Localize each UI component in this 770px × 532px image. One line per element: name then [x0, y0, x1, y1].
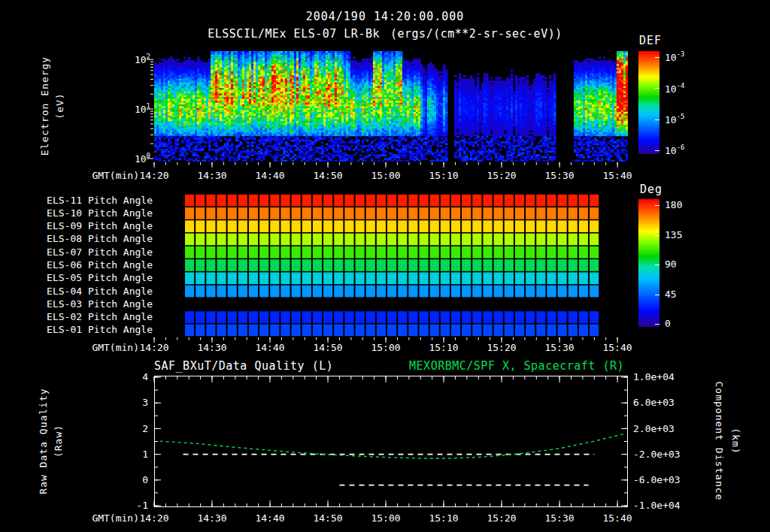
time-tick-label: 14:50	[311, 170, 344, 181]
gmt-axis-label: GMT(min)	[62, 342, 139, 353]
distance-axis-label: Component Distance	[712, 366, 726, 516]
quality-tick-label: -1	[117, 500, 148, 511]
time-tick-label: 15:30	[543, 342, 576, 353]
pitch-row-label: ELS-08 Pitch Angle	[43, 234, 153, 244]
pitch-row-label: ELS-04 Pitch Angle	[43, 286, 153, 297]
def-colorbar-tick: 10-5	[665, 113, 685, 125]
deg-colorbar-title: Deg	[640, 183, 662, 196]
time-tick-label: 14:30	[196, 512, 229, 524]
time-tick-label: 15:30	[543, 512, 576, 524]
pitch-row-label: ELS-01 Pitch Angle	[43, 325, 153, 335]
pitch-angle-canvas	[154, 194, 628, 337]
bottom-left-title: SAF_BXuT/Data Quality (L)	[154, 359, 333, 373]
quality-tick-label: 4	[117, 371, 148, 382]
time-tick-label: 15:00	[369, 170, 402, 181]
time-tick-label: 14:50	[311, 342, 344, 353]
time-tick-label: 14:20	[138, 170, 171, 181]
distance-tick-label: 2.0e+03	[633, 423, 675, 434]
time-tick-label: 15:00	[369, 512, 402, 524]
time-tick-label: 14:40	[253, 342, 286, 353]
deg-colorbar-tick: 45	[665, 289, 677, 300]
def-colorbar-tick: 10-3	[665, 51, 685, 63]
pitch-row-label: ELS-03 Pitch Angle	[43, 299, 153, 310]
time-tick-label: 15:20	[485, 512, 518, 524]
time-tick-label: 14:50	[311, 512, 344, 524]
energy-tick-label: 101	[119, 103, 150, 115]
deg-colorbar-tick: 90	[665, 258, 677, 270]
science-plot-page: 2004/190 14:20:00.000 ELSSCIL/MEx ELS-07…	[0, 0, 770, 532]
time-tick-label: 15:30	[543, 170, 576, 181]
bottom-right-title: MEXORBMC/SPF X, Spacecraft (R)	[376, 359, 624, 373]
distance-tick-label: 6.0e+03	[633, 397, 675, 408]
gmt-axis-label: GMT(min)	[62, 170, 139, 181]
time-tick-label: 14:40	[253, 512, 286, 524]
time-tick-label: 14:30	[196, 342, 229, 353]
instrument-title: ELSSCIL/MEx ELS-07 LR-Bk	[208, 27, 380, 41]
time-tick-label: 15:40	[601, 342, 634, 353]
pitch-row-label: ELS-10 Pitch Angle	[43, 208, 153, 219]
energy-tick-label: 102	[119, 53, 150, 65]
bottom-axis-box	[154, 376, 628, 507]
time-tick-label: 15:10	[427, 342, 460, 353]
time-tick-label: 15:00	[369, 342, 402, 353]
def-colorbar	[638, 51, 659, 154]
pitch-row-label: ELS-05 Pitch Angle	[43, 273, 153, 283]
units-label: (ergs/(cm**2-sr-sec-eV))	[390, 27, 562, 41]
energy-axis-label: Electron Energy	[38, 31, 52, 181]
distance-tick-label: 1.0e+04	[633, 371, 675, 382]
bottom-line-series	[160, 434, 626, 485]
deg-colorbar-tick: 0	[665, 318, 671, 329]
time-tick-label: 14:30	[196, 170, 229, 181]
deg-colorbar	[638, 199, 659, 327]
gmt-axis-label: GMT(min)	[62, 512, 139, 524]
pitch-row-label: ELS-09 Pitch Angle	[43, 221, 153, 231]
time-tick-label: 15:20	[485, 342, 518, 353]
def-colorbar-tick: 10-6	[665, 144, 685, 156]
energy-axis-units: (eV)	[53, 31, 67, 181]
time-tick-label: 14:40	[253, 170, 286, 181]
quality-tick-label: 2	[117, 423, 148, 434]
distance-axis-units: (km)	[729, 366, 742, 516]
distance-tick-label: -6.0e+03	[633, 474, 681, 485]
time-tick-label: 14:20	[138, 512, 171, 524]
electron-spectrogram-canvas	[154, 51, 628, 162]
deg-colorbar-tick: 135	[665, 229, 682, 240]
distance-tick-label: -1.0e+04	[633, 500, 681, 511]
time-tick-label: 14:20	[138, 342, 171, 353]
distance-tick-label: -2.0e+03	[633, 449, 681, 460]
pitch-row-label: ELS-06 Pitch Angle	[43, 260, 153, 271]
def-colorbar-tick: 10-4	[665, 83, 685, 95]
time-tick-label: 15:40	[601, 512, 634, 524]
pitch-row-label: ELS-07 Pitch Angle	[43, 247, 153, 258]
time-tick-label: 15:20	[485, 170, 518, 181]
pitch-row-label: ELS-11 Pitch Angle	[43, 195, 153, 206]
energy-tick-label: 100	[119, 153, 150, 165]
timestamp-title: 2004/190 14:20:00.000	[0, 10, 770, 23]
time-tick-label: 15:10	[427, 170, 460, 181]
time-tick-label: 15:40	[601, 170, 634, 181]
quality-axis-label: Raw Data Quality	[37, 366, 50, 516]
deg-colorbar-tick: 180	[665, 199, 682, 210]
time-tick-label: 15:10	[427, 512, 460, 524]
def-colorbar-title: DEF	[639, 34, 662, 47]
quality-tick-label: 0	[117, 474, 148, 485]
quality-axis-units: (Raw)	[52, 366, 65, 516]
pitch-row-label: ELS-02 Pitch Angle	[43, 312, 153, 322]
quality-tick-label: 3	[117, 397, 148, 408]
quality-tick-label: 1	[117, 449, 148, 460]
